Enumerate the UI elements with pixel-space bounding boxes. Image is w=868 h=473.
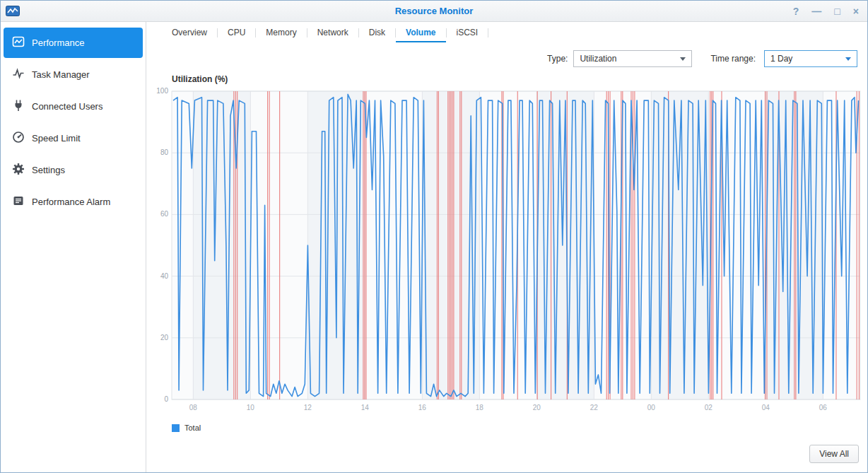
sidebar-item-performance[interactable]: Performance <box>4 28 143 58</box>
svg-text:100: 100 <box>156 87 168 95</box>
tab-network[interactable]: Network <box>307 23 358 42</box>
svg-text:06: 06 <box>819 404 828 411</box>
tab-cpu[interactable]: CPU <box>218 23 255 42</box>
titlebar: Resource Monitor ? — □ × <box>1 1 867 22</box>
connected-users-icon <box>12 99 25 114</box>
svg-text:00: 00 <box>647 404 656 411</box>
svg-text:40: 40 <box>160 272 169 280</box>
close-icon[interactable]: × <box>853 6 859 16</box>
help-icon[interactable]: ? <box>793 6 799 16</box>
window-controls: ? — □ × <box>793 1 859 22</box>
svg-text:20: 20 <box>160 334 169 341</box>
svg-text:14: 14 <box>361 404 370 411</box>
sidebar-item-label: Connected Users <box>32 101 102 112</box>
tab-overview[interactable]: Overview <box>162 23 217 42</box>
sidebar: Performance Task Manager <box>1 22 146 472</box>
settings-gear-icon <box>12 163 25 177</box>
speed-limit-icon <box>12 131 25 146</box>
minimize-icon[interactable]: — <box>811 6 821 16</box>
svg-text:02: 02 <box>705 404 713 411</box>
sidebar-item-task-manager[interactable]: Task Manager <box>4 59 143 90</box>
svg-text:60: 60 <box>160 210 169 218</box>
maximize-icon[interactable]: □ <box>834 6 840 16</box>
utilization-chart: 020406080100081012141618202200020406 <box>151 86 864 418</box>
type-label: Type: <box>547 54 568 64</box>
svg-text:16: 16 <box>418 404 427 411</box>
tab-bar: Overview CPU Memory Network Disk Volume … <box>146 22 867 43</box>
legend-swatch-total <box>172 424 180 432</box>
task-manager-icon <box>12 67 25 82</box>
main-panel: Overview CPU Memory Network Disk Volume … <box>146 22 867 472</box>
resource-monitor-window: Resource Monitor ? — □ × Performance <box>0 0 868 473</box>
sidebar-item-label: Task Manager <box>32 69 90 80</box>
time-range-label: Time range: <box>710 54 756 64</box>
type-select[interactable]: Utilization <box>573 50 692 67</box>
window-title: Resource Monitor <box>395 6 474 16</box>
svg-text:18: 18 <box>476 404 484 411</box>
performance-alarm-icon <box>12 194 25 209</box>
window-body: Performance Task Manager <box>1 22 867 472</box>
sidebar-item-label: Settings <box>32 165 65 175</box>
chevron-down-icon <box>680 57 686 61</box>
view-all-button[interactable]: View All <box>809 445 859 463</box>
svg-text:20: 20 <box>533 404 541 411</box>
performance-chart-icon <box>12 35 25 50</box>
tab-iscsi[interactable]: iSCSI <box>447 23 488 42</box>
legend-label-total: Total <box>184 424 201 432</box>
time-range-select[interactable]: 1 Day <box>764 50 857 67</box>
svg-text:22: 22 <box>590 404 599 411</box>
tab-memory[interactable]: Memory <box>256 23 306 42</box>
svg-text:04: 04 <box>762 404 770 411</box>
sidebar-item-settings[interactable]: Settings <box>4 155 143 185</box>
svg-text:80: 80 <box>160 148 169 156</box>
sidebar-item-label: Performance Alarm <box>32 197 110 207</box>
sidebar-item-label: Performance <box>32 37 84 48</box>
sidebar-item-performance-alarm[interactable]: Performance Alarm <box>4 187 143 217</box>
svg-text:10: 10 <box>247 404 255 411</box>
tab-divider <box>488 28 488 37</box>
sidebar-item-connected-users[interactable]: Connected Users <box>4 91 143 122</box>
chart-legend: Total <box>172 424 863 432</box>
chevron-down-icon <box>845 57 851 61</box>
time-range-select-value: 1 Day <box>770 54 792 64</box>
sidebar-item-label: Speed Limit <box>32 133 81 144</box>
type-select-value: Utilization <box>580 54 616 64</box>
tab-volume[interactable]: Volume <box>396 23 445 42</box>
svg-text:0: 0 <box>164 395 168 403</box>
svg-text:12: 12 <box>304 404 312 411</box>
resource-monitor-app-icon <box>6 6 20 19</box>
tab-disk[interactable]: Disk <box>359 23 395 42</box>
chart-title: Utilization (%) <box>172 74 863 84</box>
sidebar-item-speed-limit[interactable]: Speed Limit <box>4 123 143 153</box>
svg-text:08: 08 <box>189 404 198 411</box>
chart-block: Utilization (%) 020406080100081012141618… <box>151 73 863 432</box>
time-range-group: Time range: 1 Day <box>710 50 857 67</box>
filter-bar: Type: Utilization Time range: 1 Day <box>146 43 867 73</box>
footer-bar: View All <box>146 445 867 472</box>
